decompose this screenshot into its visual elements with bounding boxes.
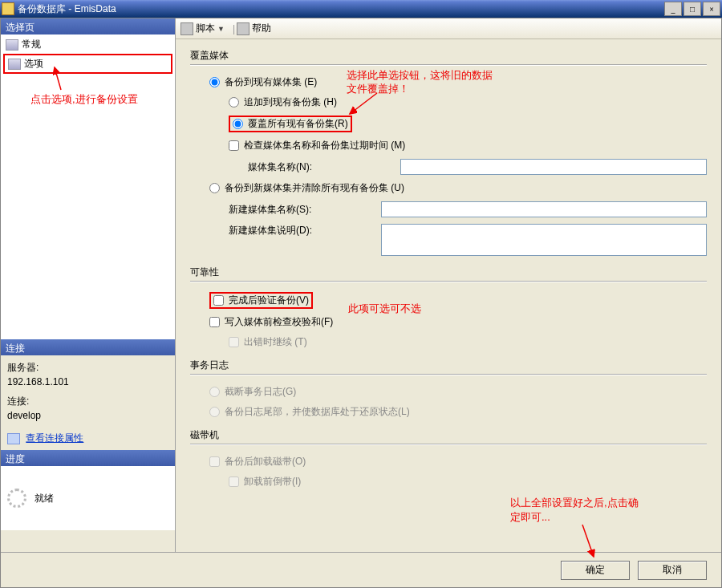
server-value: 192.168.1.101 [7, 375, 168, 389]
cancel-button[interactable]: 取消 [638, 561, 707, 580]
script-label: 脚本 [196, 22, 215, 35]
group-title: 事务日志 [190, 359, 707, 377]
radio-tail-log: 备份日志尾部，并使数据库处于还原状态(L) [209, 405, 410, 419]
checkbox-label: 出错时继续 (T) [244, 335, 307, 349]
group-overwrite-media: 覆盖媒体 备份到现有媒体集 (E) 追加到现有备份集 (H) [190, 49, 707, 256]
view-props-link[interactable]: 查看连接属性 [26, 432, 83, 444]
checkbox-input [229, 476, 239, 487]
maximize-button[interactable]: □ [683, 2, 701, 16]
radio-truncate-log: 截断事务日志(G) [209, 385, 296, 399]
view-connection-props[interactable]: 查看连接属性 [7, 431, 168, 445]
checkbox-label: 检查媒体集名称和备份集过期时间 (M) [244, 139, 405, 152]
app-icon [2, 2, 14, 15]
sidebar-item-label: 选项 [24, 57, 43, 71]
group-title: 覆盖媒体 [190, 49, 707, 67]
sidebar-header-connection: 连接 [1, 339, 175, 355]
radio-label: 备份日志尾部，并使数据库处于还原状态(L) [225, 405, 410, 419]
connection-label: 连接: [7, 394, 168, 408]
sidebar-item-label: 常规 [22, 38, 41, 51]
checkbox-input[interactable] [213, 295, 224, 306]
media-name-label: 媒体集名称(N): [248, 160, 400, 174]
new-media-name-input[interactable] [381, 201, 707, 217]
sidebar-item-general[interactable]: 常规 [2, 36, 173, 53]
help-label: 帮助 [252, 22, 271, 35]
sidebar: 选择页 常规 选项 连接 服务器: 192.168.1.101 连接: deve… [1, 18, 176, 552]
check-checksum[interactable]: 写入媒体前检查校验和(F) [209, 315, 333, 329]
check-verify-backup[interactable]: 完成后验证备份(V) [213, 294, 309, 307]
ok-button[interactable]: 确定 [561, 561, 630, 580]
group-reliability: 可靠性 完成后验证备份(V) 写入媒体前检查校验和(F) [190, 266, 707, 349]
group-tape: 磁带机 备份后卸载磁带(O) 卸载前倒带(I) [190, 428, 707, 489]
checkbox-input [229, 337, 239, 347]
chevron-down-icon: ▼ [217, 25, 225, 33]
checkbox-label: 备份后卸载磁带(O) [225, 455, 306, 468]
new-media-name-label: 新建媒体集名称(S): [229, 203, 381, 217]
radio-label: 追加到现有备份集 (H) [244, 95, 337, 109]
radio-input [209, 407, 220, 417]
group-title: 磁带机 [190, 428, 707, 447]
connection-value: develop [7, 408, 168, 423]
radio-input [209, 387, 220, 397]
script-icon [180, 22, 193, 35]
window-title: 备份数据库 - EmisData [18, 2, 663, 16]
properties-icon [7, 433, 20, 444]
dialog-button-row: 确定 取消 [1, 552, 721, 587]
radio-input[interactable] [229, 97, 239, 107]
radio-overwrite-all[interactable]: 覆盖所有现有备份集(R) [233, 117, 348, 131]
progress-status: 就绪 [34, 492, 54, 505]
separator: | [233, 23, 235, 34]
radio-input[interactable] [233, 119, 243, 129]
radio-backup-existing[interactable]: 备份到现有媒体集 (E) [209, 75, 317, 89]
check-continue-error: 出错时继续 (T) [229, 335, 307, 349]
server-label: 服务器: [7, 360, 168, 375]
checkbox-input[interactable] [229, 140, 239, 151]
radio-label: 覆盖所有现有备份集(R) [248, 117, 348, 131]
help-button[interactable]: 帮助 [237, 22, 271, 35]
spinner-icon [7, 489, 26, 508]
radio-append[interactable]: 追加到现有备份集 (H) [229, 95, 337, 109]
check-unload-tape: 备份后卸载磁带(O) [209, 455, 306, 468]
minimize-button[interactable]: _ [664, 2, 682, 16]
radio-backup-new[interactable]: 备份到新媒体集并清除所有现有备份集 (U) [209, 181, 404, 195]
radio-label: 备份到新媒体集并清除所有现有备份集 (U) [225, 181, 404, 195]
connection-panel: 服务器: 192.168.1.101 连接: develop 查看连接属性 [1, 355, 175, 450]
group-title: 可靠性 [190, 266, 707, 284]
sidebar-item-options[interactable]: 选项 [5, 55, 171, 72]
checkbox-label: 卸载前倒带(I) [244, 475, 301, 489]
content: 脚本 ▼ | 帮助 覆盖媒体 备份到现有媒体集 (E) [176, 18, 721, 552]
check-rewind: 卸载前倒带(I) [229, 475, 301, 489]
checkbox-input [209, 456, 220, 467]
media-name-input[interactable] [400, 159, 707, 175]
help-icon [237, 22, 249, 35]
checkbox-label: 写入媒体前检查校验和(F) [225, 315, 333, 329]
sidebar-header-progress: 进度 [1, 450, 175, 466]
titlebar: 备份数据库 - EmisData _ □ × [0, 0, 722, 18]
new-media-desc-input[interactable] [381, 224, 707, 256]
script-button[interactable]: 脚本 ▼ [180, 22, 225, 35]
page-icon [6, 39, 18, 51]
checkbox-input[interactable] [209, 317, 220, 327]
radio-label: 备份到现有媒体集 (E) [225, 75, 317, 89]
new-media-desc-label: 新建媒体集说明(D): [229, 224, 381, 237]
radio-input[interactable] [209, 183, 220, 193]
page-icon [8, 59, 21, 70]
progress-panel: 就绪 [1, 466, 175, 530]
check-media-name[interactable]: 检查媒体集名称和备份集过期时间 (M) [229, 139, 405, 152]
group-txlog: 事务日志 截断事务日志(G) 备份日志尾部，并使数据库处于还原状态(L) [190, 359, 707, 419]
checkbox-label: 完成后验证备份(V) [229, 294, 309, 307]
radio-label: 截断事务日志(G) [225, 385, 296, 399]
sidebar-header-select: 选择页 [1, 18, 175, 34]
close-button[interactable]: × [703, 2, 720, 16]
radio-input[interactable] [209, 77, 220, 87]
toolbar: 脚本 ▼ | 帮助 [176, 18, 721, 39]
